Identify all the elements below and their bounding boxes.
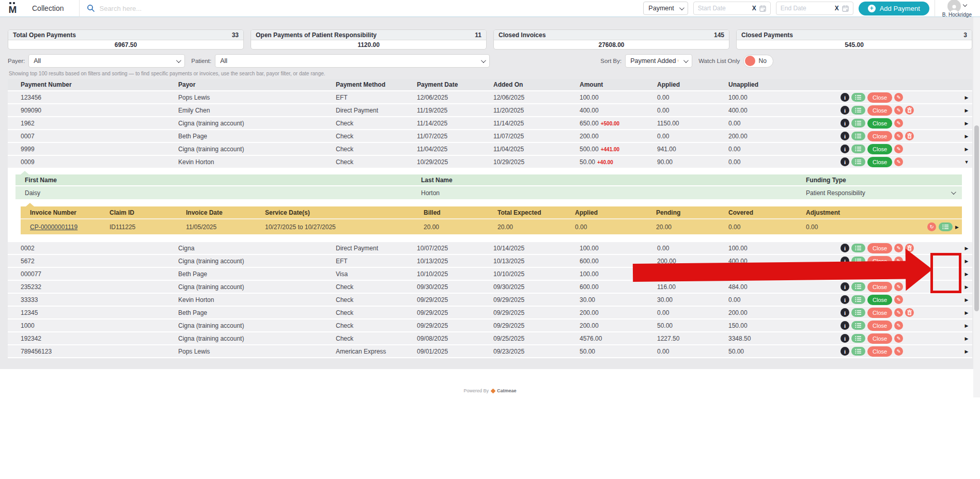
- payment-row[interactable]: 000077Beth PageVisa10/10/202510/10/20251…: [8, 268, 972, 281]
- edit-button[interactable]: ✎: [894, 282, 903, 291]
- expand-row-button[interactable]: ▶: [961, 259, 972, 264]
- end-date-input[interactable]: [781, 5, 825, 12]
- apply-list-button[interactable]: [851, 119, 865, 127]
- info-button[interactable]: i: [841, 257, 849, 265]
- close-payment-button[interactable]: Close: [867, 295, 892, 305]
- start-date-input[interactable]: [698, 5, 742, 12]
- info-button[interactable]: i: [841, 269, 849, 278]
- apply-list-button[interactable]: [851, 157, 865, 166]
- info-button[interactable]: i: [841, 308, 849, 317]
- payment-row[interactable]: 9999Cigna (training account)Check11/04/2…: [8, 143, 972, 156]
- expand-row-button[interactable]: ▶: [961, 95, 972, 100]
- delete-button[interactable]: [905, 132, 914, 140]
- delete-button[interactable]: [905, 244, 914, 252]
- expand-row-button[interactable]: ▶: [961, 147, 972, 152]
- chevron-down-icon[interactable]: [951, 189, 956, 195]
- close-payment-button[interactable]: Close: [867, 131, 892, 141]
- clear-end-date-button[interactable]: X: [835, 5, 839, 12]
- apply-list-button[interactable]: [851, 334, 865, 343]
- edit-button[interactable]: ✎: [894, 308, 903, 317]
- info-button[interactable]: i: [841, 157, 849, 166]
- expand-invoice-button[interactable]: ▶: [955, 225, 959, 230]
- close-payment-button[interactable]: Close: [867, 256, 892, 266]
- close-payment-button[interactable]: Close: [867, 346, 892, 357]
- close-payment-button[interactable]: Close: [867, 144, 892, 154]
- expand-row-button[interactable]: ▶: [961, 246, 972, 251]
- close-payment-button[interactable]: Close: [867, 118, 892, 129]
- apply-list-button[interactable]: [851, 269, 865, 278]
- apply-list-button[interactable]: [851, 308, 865, 317]
- close-payment-button[interactable]: Close: [867, 333, 892, 344]
- payment-row[interactable]: 789456123Pops LewisAmerican Express09/01…: [8, 345, 972, 358]
- apply-list-button[interactable]: [851, 282, 865, 291]
- apply-list-button[interactable]: [851, 132, 865, 140]
- apply-list-button[interactable]: [939, 222, 953, 231]
- expand-row-button[interactable]: ▼: [961, 159, 972, 165]
- edit-button[interactable]: ✎: [894, 347, 903, 356]
- calendar-icon[interactable]: [842, 5, 849, 12]
- close-payment-button[interactable]: Close: [867, 308, 892, 318]
- close-payment-button[interactable]: Close: [867, 243, 892, 253]
- info-button[interactable]: i: [841, 106, 849, 115]
- apply-list-button[interactable]: [851, 106, 865, 115]
- expand-row-button[interactable]: ▶: [961, 272, 972, 277]
- search-input[interactable]: [99, 5, 254, 12]
- edit-button[interactable]: ✎: [894, 145, 903, 153]
- apply-list-button[interactable]: [851, 347, 865, 356]
- info-button[interactable]: i: [841, 321, 849, 330]
- card-total-open-payments[interactable]: Total Open Payments33 6967.50: [8, 29, 244, 50]
- payer-select[interactable]: All: [28, 54, 185, 68]
- payment-row[interactable]: 12345Beth PageCheck09/29/202509/29/20252…: [8, 307, 972, 320]
- payment-row[interactable]: 123456Pops LewisEFT12/06/202512/06/20251…: [8, 91, 972, 104]
- expand-row-button[interactable]: ▶: [961, 349, 972, 354]
- edit-button[interactable]: ✎: [894, 334, 903, 343]
- expand-row-button[interactable]: ▶: [961, 108, 972, 113]
- record-type-select[interactable]: Payment: [643, 2, 688, 15]
- expand-row-button[interactable]: ▶: [961, 297, 972, 302]
- edit-button[interactable]: ✎: [894, 93, 903, 102]
- app-logo[interactable]: M: [0, 2, 25, 14]
- apply-list-button[interactable]: [851, 93, 865, 102]
- payment-row[interactable]: 0002CignaDirect Payment10/07/202510/14/2…: [8, 242, 972, 255]
- payment-row[interactable]: 235232Cigna (training account)Check09/30…: [8, 281, 972, 294]
- watch-list-toggle[interactable]: No: [743, 55, 773, 68]
- apply-list-button[interactable]: [851, 257, 865, 265]
- close-payment-button[interactable]: Close: [867, 321, 892, 331]
- scrollbar-thumb[interactable]: [974, 125, 979, 311]
- edit-button[interactable]: ✎: [894, 257, 903, 265]
- card-open-patient-responsibility[interactable]: Open Payments of Patient Responsibility1…: [251, 29, 487, 50]
- edit-button[interactable]: ✎: [894, 157, 903, 166]
- card-closed-payments[interactable]: Closed Payments3 545.00: [736, 29, 972, 50]
- payment-row[interactable]: 909090Emily ChenDirect Payment11/19/2025…: [8, 104, 972, 117]
- expand-row-button[interactable]: ▶: [961, 121, 972, 126]
- invoice-number-link[interactable]: CP-00000001119: [30, 223, 110, 231]
- info-button[interactable]: i: [841, 244, 849, 252]
- delete-button[interactable]: [905, 308, 914, 317]
- close-payment-button[interactable]: Close: [867, 92, 892, 103]
- payment-row[interactable]: 1962Cigna (training account)Check11/14/2…: [8, 117, 972, 130]
- apply-list-button[interactable]: [851, 145, 865, 153]
- info-button[interactable]: i: [841, 119, 849, 127]
- info-button[interactable]: i: [841, 295, 849, 304]
- add-payment-button[interactable]: + Add Payment: [859, 2, 929, 15]
- edit-button[interactable]: ✎: [894, 119, 903, 127]
- delete-button[interactable]: [905, 269, 914, 278]
- expand-row-button[interactable]: ▶: [961, 134, 972, 139]
- payment-row[interactable]: 1000Cigna (training account)Check09/29/2…: [8, 320, 972, 332]
- expand-row-button[interactable]: ▶: [961, 336, 972, 341]
- edit-button[interactable]: ✎: [894, 106, 903, 115]
- payment-row[interactable]: 0009Kevin HortonCheck10/29/202510/29/202…: [8, 156, 972, 169]
- payment-row[interactable]: 5672Cigna (training account)EFT10/13/202…: [8, 255, 972, 268]
- calendar-icon[interactable]: [759, 5, 766, 12]
- patient-select[interactable]: All: [215, 54, 490, 68]
- close-payment-button[interactable]: Close: [867, 157, 892, 167]
- payment-row[interactable]: 0007Beth PageCheck11/07/202511/07/202520…: [8, 130, 972, 143]
- sort-by-select[interactable]: Payment Added On (Latest c: [625, 54, 692, 68]
- info-button[interactable]: i: [841, 347, 849, 356]
- payment-row[interactable]: 192342Cigna (training account)Check09/08…: [8, 332, 972, 345]
- edit-button[interactable]: ✎: [894, 132, 903, 140]
- expand-row-button[interactable]: ▶: [961, 323, 972, 328]
- expand-row-button[interactable]: ▶: [961, 310, 972, 315]
- close-payment-button[interactable]: Close: [867, 105, 892, 116]
- info-button[interactable]: i: [841, 93, 849, 102]
